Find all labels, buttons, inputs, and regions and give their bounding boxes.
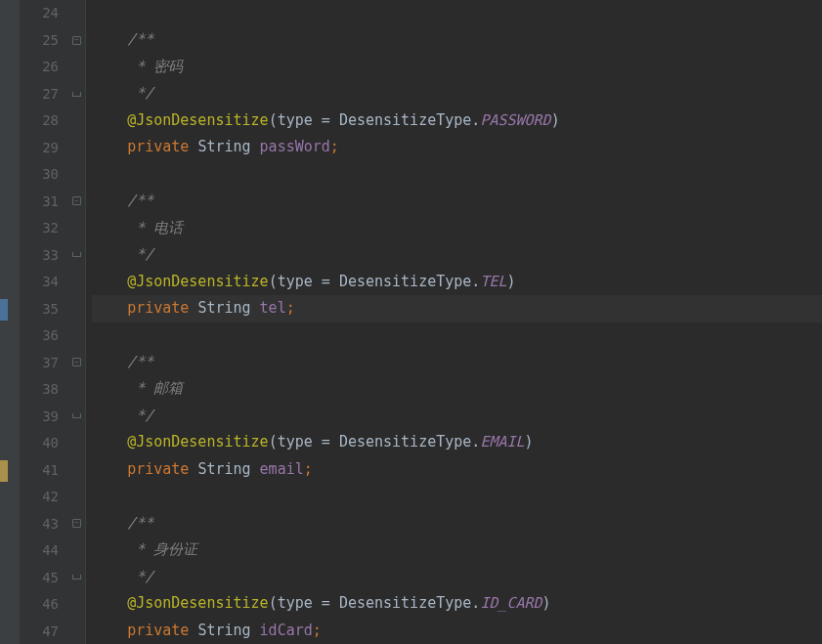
fold-marker-cell [68, 590, 85, 617]
enum-class: DesensitizeType [339, 594, 471, 612]
type-string: String [197, 460, 250, 478]
line-number[interactable]: 24 [20, 0, 68, 27]
code-line[interactable] [92, 161, 822, 188]
code-line-current[interactable]: private String tel; [92, 295, 822, 322]
comment-text: 电话 [153, 219, 183, 236]
type-string: String [197, 299, 250, 317]
code-line[interactable] [92, 483, 822, 509]
comment-text: 密码 [153, 58, 183, 75]
line-number-gutter: 2425262728293031323334353637383940414243… [20, 0, 68, 644]
comment-prefix: * [127, 379, 153, 397]
enum-class: DesensitizeType [339, 111, 471, 129]
line-number[interactable]: 41 [20, 457, 68, 485]
fold-close-icon[interactable] [72, 413, 81, 418]
line-number[interactable]: 34 [20, 269, 68, 296]
code-line[interactable]: @JsonDesensitize(type = DesensitizeType.… [92, 590, 822, 618]
code-line[interactable]: */ [92, 80, 822, 107]
code-line[interactable]: private String passWord; [92, 134, 822, 161]
code-line[interactable]: /** [92, 188, 822, 215]
code-line[interactable]: @JsonDesensitize(type = DesensitizeType.… [92, 269, 822, 296]
line-number[interactable]: 27 [20, 81, 68, 108]
comment-close: */ [127, 84, 153, 102]
field-name: idCard [260, 622, 313, 639]
code-area[interactable]: /** * 密码 */ @JsonDesensitize(type = Dese… [86, 0, 822, 644]
fold-marker-cell [68, 161, 85, 188]
line-number[interactable]: 38 [20, 376, 68, 404]
line-number[interactable]: 47 [20, 619, 68, 645]
line-number[interactable]: 32 [20, 215, 68, 242]
line-number[interactable]: 30 [20, 161, 68, 189]
code-line[interactable]: /** [92, 510, 822, 537]
code-line[interactable]: * 邮箱 [92, 375, 822, 403]
code-line[interactable]: */ [92, 403, 822, 430]
line-number[interactable]: 42 [20, 484, 68, 511]
fold-marker-cell: − [68, 349, 85, 375]
fold-marker-cell [68, 403, 85, 429]
indent [92, 111, 127, 129]
line-number[interactable]: 35 [20, 296, 68, 323]
code-line[interactable]: /** [92, 349, 822, 376]
code-line[interactable]: * 密码 [92, 54, 822, 81]
keyword-private: private [127, 460, 189, 478]
code-line[interactable]: */ [92, 241, 822, 269]
fold-close-icon[interactable] [72, 575, 81, 580]
gutter-marker-icon[interactable] [0, 460, 8, 482]
code-line[interactable]: @JsonDesensitize(type = DesensitizeType.… [92, 107, 822, 135]
code-line[interactable]: * 电话 [92, 215, 822, 242]
enum-class: DesensitizeType [339, 433, 471, 451]
fold-marker-cell [68, 241, 85, 268]
fold-marker-cell [68, 54, 85, 80]
fold-marker-cell [68, 269, 85, 295]
code-line[interactable] [92, 322, 822, 349]
line-number[interactable]: 36 [20, 322, 68, 350]
code-line[interactable]: private String email; [92, 456, 822, 484]
semicolon: ; [286, 299, 295, 317]
code-line[interactable]: */ [92, 564, 822, 591]
code-line[interactable]: * 身份证 [92, 537, 822, 564]
fold-open-icon[interactable]: − [72, 519, 81, 528]
fold-close-icon[interactable] [72, 252, 81, 257]
fold-marker-cell [68, 456, 85, 483]
fold-marker-cell [68, 0, 85, 26]
line-number[interactable]: 29 [20, 135, 68, 162]
comment-prefix: * [127, 58, 153, 75]
line-number[interactable]: 43 [20, 511, 68, 538]
line-number[interactable]: 31 [20, 189, 68, 216]
line-number[interactable]: 40 [20, 430, 68, 457]
field-name: email [260, 460, 304, 478]
code-line[interactable]: /** [92, 26, 822, 54]
fold-open-icon[interactable]: − [72, 196, 81, 205]
line-number[interactable]: 33 [20, 242, 68, 270]
enum-value: TEL [480, 273, 506, 290]
equals: = [313, 594, 339, 612]
code-line[interactable]: @JsonDesensitize(type = DesensitizeType.… [92, 429, 822, 456]
fold-marker-cell [68, 80, 85, 107]
indent [92, 460, 127, 478]
enum-value: PASSWORD [480, 111, 550, 129]
line-number[interactable]: 46 [20, 591, 68, 619]
line-number[interactable]: 44 [20, 537, 68, 565]
line-number[interactable]: 25 [20, 27, 68, 55]
fold-marker-cell [68, 322, 85, 348]
fold-marker-cell [68, 215, 85, 241]
fold-marker-cell [68, 134, 85, 160]
code-line[interactable]: private String idCard; [92, 618, 822, 645]
line-number[interactable]: 37 [20, 350, 68, 377]
fold-close-icon[interactable] [72, 92, 81, 97]
fold-marker-cell [68, 564, 85, 590]
fold-open-icon[interactable]: − [72, 36, 81, 45]
annotation: @JsonDesensitize [127, 111, 269, 129]
comment-prefix: * [127, 540, 153, 558]
line-number[interactable]: 26 [20, 54, 68, 81]
fold-open-icon[interactable]: − [72, 358, 81, 366]
indent [92, 407, 127, 424]
fold-marker-cell: − [68, 26, 85, 53]
line-number[interactable]: 45 [20, 565, 68, 592]
gutter-marker-icon[interactable] [0, 299, 8, 321]
semicolon: ; [304, 460, 313, 478]
code-editor: 2425262728293031323334353637383940414243… [0, 0, 822, 644]
code-line[interactable] [92, 0, 822, 26]
indent [92, 540, 127, 558]
line-number[interactable]: 39 [20, 404, 68, 431]
line-number[interactable]: 28 [20, 107, 68, 135]
